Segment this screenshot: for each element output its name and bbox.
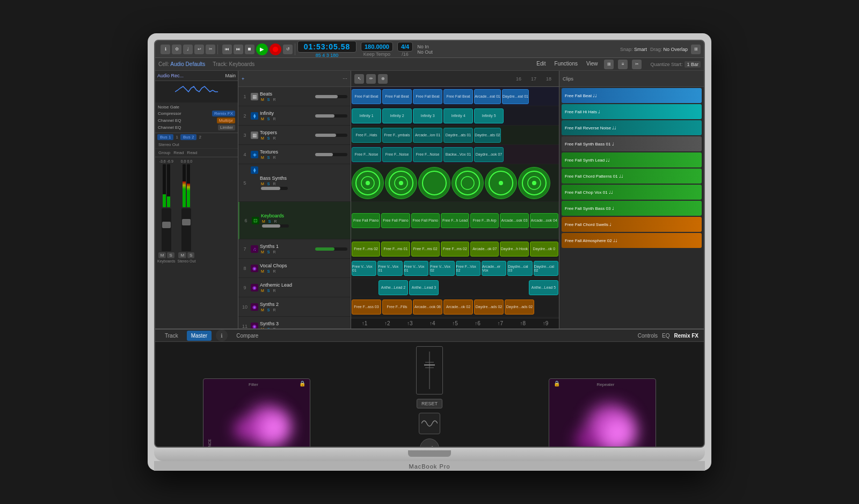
zoom-tool[interactable]: ⊕ xyxy=(378,74,388,84)
clip-top-1[interactable]: Free F...Hats xyxy=(352,128,381,143)
clip-bass-4[interactable] xyxy=(452,167,484,199)
clip-beat-3[interactable]: Free Fall Beat xyxy=(413,89,442,104)
time-sig[interactable]: 4/4 xyxy=(397,42,413,52)
repeater-lock-icon[interactable]: 🔒 xyxy=(554,381,560,389)
clip-bass-3[interactable] xyxy=(418,167,450,199)
grid-view-btn[interactable]: ⊞ xyxy=(604,60,614,69)
rec-6[interactable]: R xyxy=(273,220,278,223)
clip-s2-6[interactable]: Daydre...ads 02 xyxy=(505,300,534,315)
fader-handle-2[interactable] xyxy=(182,219,191,225)
clip-top-3[interactable]: Arcade...ion 01 xyxy=(413,128,442,143)
clip-s1-4[interactable]: Free F...ms 02 xyxy=(441,242,469,257)
clip-keys-4[interactable]: Free F...h Lead xyxy=(441,213,469,228)
edit-btn[interactable]: Edit xyxy=(534,60,548,69)
bpm-display[interactable]: 180.0000 xyxy=(361,42,393,52)
mute-3[interactable]: M xyxy=(260,136,265,140)
clip-top-2[interactable]: Free F...ymbals xyxy=(382,128,412,143)
stop-btn[interactable]: ⏹ xyxy=(245,45,254,54)
clip-bass-5[interactable] xyxy=(485,167,517,199)
clip-bass-1[interactable] xyxy=(352,167,384,199)
clip-arcade1[interactable]: Arcade...eat 01 xyxy=(474,89,501,104)
clip-vc-1[interactable]: Free V...Vox 01 xyxy=(352,261,376,276)
track-fader-6[interactable] xyxy=(262,224,289,228)
cursor-tool[interactable]: ↖ xyxy=(354,74,364,84)
repeater-canvas[interactable] xyxy=(549,390,656,448)
track-fader-1[interactable] xyxy=(315,95,347,98)
clip-tex-1[interactable]: Free F...Noise xyxy=(352,147,381,162)
nav-arrow-4[interactable]: ↑4 xyxy=(430,320,435,326)
functions-btn[interactable]: Functions xyxy=(552,60,580,69)
m-btn-1[interactable]: M xyxy=(158,252,166,258)
track-fader-2[interactable] xyxy=(315,114,347,118)
solo-1[interactable]: S xyxy=(266,98,271,101)
mute-6[interactable]: M xyxy=(261,220,266,223)
mute-8[interactable]: M xyxy=(260,269,265,273)
strip-controller[interactable] xyxy=(416,346,443,395)
rec-10[interactable]: R xyxy=(272,308,277,312)
metronome-btn[interactable]: ♩ xyxy=(183,45,193,54)
right-clip-4[interactable]: Free Fall Synth Bass 01 ♩ xyxy=(562,136,702,151)
track-fader-4[interactable] xyxy=(315,153,347,156)
toolbar-end-btn[interactable]: ⊞ xyxy=(691,45,701,54)
solo-9[interactable]: S xyxy=(266,289,271,293)
fx-tab-controls[interactable]: Controls xyxy=(638,333,658,339)
bus1-btn[interactable]: Bus 1 xyxy=(157,134,173,140)
remix-fx-btn[interactable]: Remix FX xyxy=(212,111,235,116)
clip-s1-1[interactable]: Free F...ms 02 xyxy=(352,242,380,257)
clip-bass-6[interactable] xyxy=(518,167,550,199)
pencil-tool[interactable]: ✏ xyxy=(366,74,376,84)
s-btn-1[interactable]: S xyxy=(167,252,174,258)
clip-s1-5[interactable]: Arcade...ok 07 xyxy=(470,242,499,257)
fader-handle-1[interactable] xyxy=(162,222,171,228)
solo-7[interactable]: S xyxy=(266,250,271,254)
tab-compare[interactable]: Compare xyxy=(232,331,263,341)
rec-9[interactable]: R xyxy=(272,289,277,293)
m-btn-2[interactable]: M xyxy=(178,252,186,258)
right-clip-9[interactable]: Free Fall Chord Swells ♩ xyxy=(562,217,702,232)
info-btn[interactable]: ℹ xyxy=(161,45,170,54)
clip-beat-2[interactable]: Free Fall Beat xyxy=(382,89,412,104)
solo-11[interactable]: S xyxy=(266,327,271,328)
right-clip-10[interactable]: Free Fall Atmosphere 02 ♩♩ xyxy=(562,233,702,248)
fast-forward-btn[interactable]: ⏭ xyxy=(234,45,243,54)
scissors-btn[interactable]: ✂ xyxy=(632,60,642,69)
multi-pr-btn[interactable]: Multi/pr xyxy=(217,118,235,123)
rec-1[interactable]: R xyxy=(272,98,277,101)
clip-s1-6[interactable]: Daydre...h Hook xyxy=(500,242,528,257)
clip-inf-2[interactable]: Infinity 2 xyxy=(382,108,412,123)
right-clip-3[interactable]: Free Fall Reverse Noise ♩♩ xyxy=(562,120,702,135)
clip-s2-5[interactable]: Daydre...ads 02 xyxy=(474,300,504,315)
rec-7[interactable]: R xyxy=(272,250,277,254)
clip-s2-3[interactable]: Arcade...ook 08 xyxy=(413,300,442,315)
quantize-value[interactable]: 1 Bar xyxy=(685,61,701,68)
clip-s2-1[interactable]: Free F...ass 03 xyxy=(352,300,381,315)
clip-keys-6[interactable]: Arcade...ook 03 xyxy=(500,213,528,228)
clip-top-5[interactable]: Daydre...ats 02 xyxy=(474,128,501,143)
mute-7[interactable]: M xyxy=(260,250,265,254)
rec-3[interactable]: R xyxy=(272,136,277,140)
filter-canvas[interactable] xyxy=(203,390,310,438)
solo-10[interactable]: S xyxy=(266,308,271,312)
clip-inf-4[interactable]: Infinity 4 xyxy=(443,108,473,123)
clip-vc-7[interactable]: Daydre...cal 03 xyxy=(507,261,532,276)
clip-inf-1[interactable]: Infinity 1 xyxy=(352,108,381,123)
s-btn-2[interactable]: S xyxy=(187,252,194,258)
clip-inf-5[interactable]: Infinity 5 xyxy=(474,108,504,123)
clip-inf-3[interactable]: Infinity 3 xyxy=(413,108,442,123)
nav-arrow-7[interactable]: ↑7 xyxy=(497,320,503,326)
nav-arrow-9[interactable]: ↑9 xyxy=(543,320,549,326)
clip-keys-3[interactable]: Free Fall Piano xyxy=(411,213,440,228)
track-fader-7[interactable] xyxy=(315,247,347,251)
fx-tab-remix[interactable]: Remix FX xyxy=(674,333,698,339)
clip-tex-5[interactable]: Daydre...ook 07 xyxy=(474,147,504,162)
clip-keys-2[interactable]: Free Fall Piano xyxy=(381,213,410,228)
clip-al-1[interactable]: Anthe...Lead 2 xyxy=(378,280,408,295)
record-btn[interactable] xyxy=(270,43,281,55)
clip-vc-4[interactable]: Free V...Vox 02 xyxy=(430,261,454,276)
cycle-btn[interactable]: ↺ xyxy=(283,45,293,54)
mute-9[interactable]: M xyxy=(260,289,265,293)
clip-vc-6[interactable]: Arcade...er Vox xyxy=(482,261,506,276)
mute-5[interactable]: M xyxy=(260,182,265,186)
mute-1[interactable]: M xyxy=(260,98,265,101)
fader-track-1[interactable] xyxy=(162,208,171,251)
